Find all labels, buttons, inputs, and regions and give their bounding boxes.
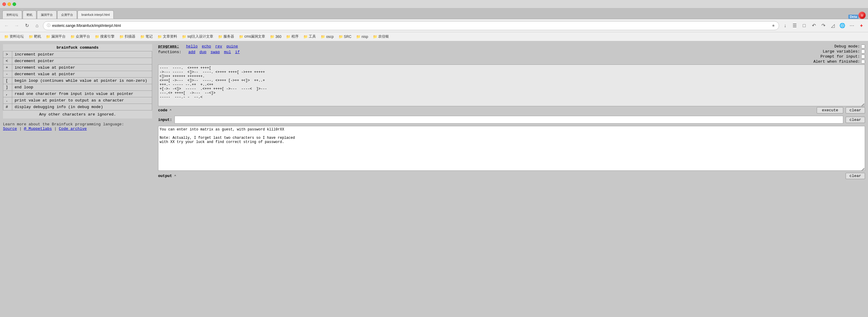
tab-2[interactable]: 靶机	[23, 10, 36, 19]
traffic-light-yellow[interactable]	[7, 2, 11, 6]
bookmark-SRC[interactable]: 📁 SRC	[337, 34, 353, 39]
large-variables-checkbox[interactable]	[861, 50, 865, 53]
functions-label: functions:	[158, 50, 181, 54]
bookmark-漏洞平台[interactable]: 📁 漏洞平台	[44, 33, 67, 40]
bookmark-工具[interactable]: 📁 工具	[302, 33, 318, 40]
bookmark-sql[interactable]: 📁 sql注入设计文章	[180, 33, 215, 40]
code-textarea[interactable]: ---- ----. <++++ ++++[ ->--- ----- <]>--…	[158, 64, 865, 106]
table-row: + increment value at pointer	[3, 64, 152, 71]
function-swap-link[interactable]: swap	[211, 50, 220, 54]
prompt-for-input-row: Prompt for input:	[813, 54, 865, 59]
program-hello-link[interactable]: hello	[186, 44, 198, 49]
bookmark-文章资料[interactable]: 📁 文章资料	[156, 33, 179, 40]
bookmark-label: SRC	[344, 35, 351, 39]
debug-mode-row: Debug mode:	[813, 44, 865, 49]
globe-button[interactable]: 🌐	[838, 22, 846, 30]
bookmark-cms[interactable]: 📁 cms漏洞文章	[237, 33, 267, 40]
bookmark-服务器[interactable]: 📁 服务器	[216, 33, 236, 40]
forward-button[interactable]: →	[12, 22, 21, 30]
redo-button[interactable]: ↷	[819, 22, 828, 30]
input-label: input:	[158, 118, 172, 122]
source-link[interactable]: Source	[3, 126, 17, 131]
tab-bar: 资料论坛 靶机 漏洞平台 众测平台 brainfuck interp/i.htm…	[0, 8, 868, 19]
cmd-desc: end loop	[12, 84, 152, 91]
sidebar-button[interactable]: □	[800, 22, 808, 30]
input-field[interactable]	[175, 116, 843, 123]
bookmark-label: 靶机	[34, 34, 41, 39]
bookmark-oscp[interactable]: 📁 oscp	[319, 34, 335, 39]
bookmark-众测平台[interactable]: 📁 众测平台	[69, 33, 92, 40]
debug-mode-checkbox[interactable]	[861, 45, 865, 48]
bookmarks-bar: 📁 资料论坛 📁 靶机 📁 漏洞平台 📁 众测平台 📁 搜索引擎 📁 扫描器 📁…	[0, 32, 868, 41]
cmd-desc: display debugging info (in debug mode)	[12, 104, 152, 110]
plus-button[interactable]: +	[857, 22, 866, 30]
bookmark-扫描器[interactable]: 📁 扫描器	[118, 33, 137, 40]
undo-button[interactable]: ↶	[809, 22, 818, 30]
cmd-char: ]	[3, 84, 12, 91]
interpreter-panel: programs: hello echo rev quine functions…	[158, 44, 865, 307]
bookmark-360[interactable]: 📁 360	[268, 34, 283, 39]
input-section: input: clear	[158, 116, 865, 123]
tab-active[interactable]: brainfuck interp/i.html	[78, 10, 114, 19]
folder-icon: 📁	[218, 35, 222, 39]
function-dup-link[interactable]: dup	[199, 50, 207, 54]
function-if-link[interactable]: if	[235, 50, 240, 54]
folder-icon: 📁	[70, 35, 75, 39]
table-caption: brainfuck commands	[3, 44, 152, 51]
save-button[interactable]: ◿	[829, 22, 837, 30]
tab-1[interactable]: 资料论坛	[2, 10, 22, 19]
function-mul-link[interactable]: mul	[224, 50, 231, 54]
library-button[interactable]: ☰	[790, 22, 799, 30]
tab-3[interactable]: 漏洞平台	[37, 10, 57, 19]
traffic-light-red[interactable]	[2, 2, 6, 6]
traffic-light-green[interactable]	[12, 2, 16, 6]
url-input[interactable]	[52, 24, 770, 28]
program-echo-link[interactable]: echo	[202, 44, 211, 49]
function-add-link[interactable]: add	[188, 50, 195, 54]
prompt-for-input-checkbox[interactable]	[861, 55, 865, 58]
bookmark-资料论坛[interactable]: 📁 资料论坛	[2, 33, 26, 40]
user-avatar: U	[859, 12, 866, 19]
large-variables-row: Large variables:	[813, 49, 865, 54]
input-row: input: clear	[158, 116, 865, 123]
more-button[interactable]: ⋯	[848, 22, 856, 30]
bookmark-笔记[interactable]: 📁 笔记	[138, 33, 155, 40]
output-buttons-row: output ^ clear	[158, 173, 865, 179]
settings-section: Debug mode: Large variables: Prompt for …	[813, 44, 865, 64]
downloads-button[interactable]: ↓	[781, 22, 789, 30]
alert-when-finished-checkbox[interactable]	[861, 60, 865, 64]
clear-output-button[interactable]: clear	[846, 173, 865, 179]
bookmark-nisp[interactable]: 📁 nisp	[354, 34, 370, 39]
cmd-desc: read one character from input into value…	[12, 91, 152, 97]
muppetlabs-link[interactable]: @ Muppetlabs	[24, 126, 52, 131]
folder-icon: 📁	[239, 35, 243, 39]
reload-button[interactable]: ↻	[23, 22, 31, 30]
output-caret: ^	[175, 174, 176, 178]
bookmark-label: 农信银	[378, 34, 389, 39]
cmd-desc: decrement pointer	[12, 58, 152, 64]
table-row: ] end loop	[3, 84, 152, 91]
bookmark-农信银[interactable]: 📁 农信银	[371, 33, 391, 40]
security-icon: ⓘ	[47, 23, 51, 28]
clear-code-button[interactable]: clear	[846, 107, 865, 113]
code-caret: ^	[170, 109, 171, 112]
tab-4[interactable]: 众测平台	[57, 10, 77, 19]
code-area-wrapper: ---- ----. <++++ ++++[ ->--- ----- <]>--…	[158, 64, 865, 107]
code-archive-link[interactable]: Code archive	[59, 126, 87, 131]
bookmark-star-icon[interactable]: ★	[772, 23, 775, 28]
output-textarea[interactable]: You can enter into matrix as guest, with…	[158, 126, 865, 171]
program-quine-link[interactable]: quine	[226, 44, 238, 49]
cmd-desc: increment value at pointer	[12, 64, 152, 71]
home-button[interactable]: ⌂	[33, 22, 41, 30]
bookmark-label: 工具	[309, 34, 316, 39]
bookmark-程序[interactable]: 📁 程序	[284, 33, 300, 40]
bookmark-靶机[interactable]: 📁 靶机	[27, 33, 43, 40]
folder-icon: 📁	[4, 35, 9, 39]
cmd-char: ,	[3, 91, 12, 97]
clear-input-button[interactable]: clear	[846, 117, 865, 123]
links-section: programs: hello echo rev quine functions…	[158, 44, 242, 64]
execute-button[interactable]: execute	[817, 107, 843, 113]
program-rev-link[interactable]: rev	[215, 44, 222, 49]
back-button[interactable]: ←	[2, 22, 11, 30]
bookmark-搜索引擎[interactable]: 📁 搜索引擎	[93, 33, 116, 40]
